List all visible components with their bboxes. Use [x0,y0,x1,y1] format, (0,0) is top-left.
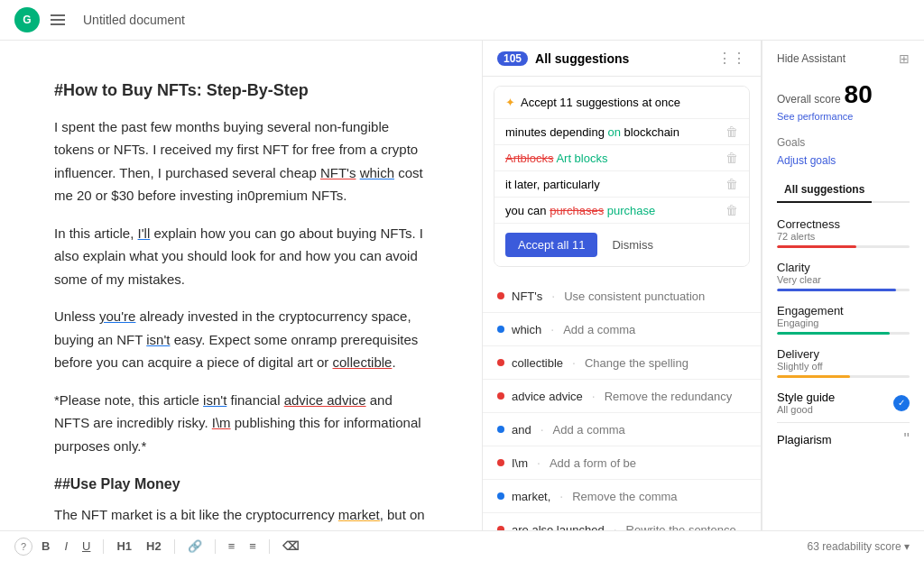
topbar-left: G Untitled document [14,7,185,32]
suggestion-row[interactable]: which · Add a comma [483,313,761,346]
metric-row: EngagementEngaging [777,304,910,335]
suggestion-separator: · [559,489,563,503]
inline-suggestion-4[interactable]: you can purchases purchase 🗑 [494,197,749,223]
editor-para3: Unless you're already invested in the cr… [54,305,428,374]
suggestion-row[interactable]: are also launched · Rewrite the sentence [483,513,761,530]
editor-para4: *Please note, this article isn't financi… [54,389,428,458]
suggestion-word: I\m [512,456,528,470]
suggestion-row[interactable]: advice advice · Remove the redundancy [483,380,761,413]
delete-icon-4[interactable]: 🗑 [725,203,738,217]
suggestion-separator: · [592,389,596,403]
delete-icon-1[interactable]: 🗑 [725,124,738,139]
editor-heading1: #How to Buy NFTs: Step-By-Step [54,77,428,105]
metric-sub: Slightly off [777,361,910,372]
suggestion-row[interactable]: market, · Remove the comma [483,480,761,513]
suggestion-separator: · [541,422,544,437]
grid-icon[interactable]: ⊞ [899,51,910,66]
editor[interactable]: #How to Buy NFTs: Step-By-Step I spent t… [0,41,482,530]
editor-para1: I spent the past few months buying sever… [54,115,428,207]
suggestions-menu-icon[interactable]: ⋮⋮ [717,50,746,67]
suggestion-separator: · [550,322,554,336]
metric-name: Clarity [777,261,910,274]
see-performance-link[interactable]: See performance [777,111,910,122]
toolbar-sep4 [269,539,270,554]
suggestion-word: which [512,323,541,336]
delete-icon-3[interactable]: 🗑 [725,177,738,191]
style-guide-row: Style guideAll good✓ [777,391,910,415]
suggestion-dot [497,359,504,366]
suggestion-description: Add a form of be [550,456,636,470]
suggestions-badge: 105 [497,51,528,66]
adjust-goals-link[interactable]: Adjust goals [777,154,910,167]
metric-name: Correctness [777,217,910,231]
inline-suggestion-3[interactable]: it later, particularly 🗑 [494,170,749,197]
hide-assistant-row: Hide Assistant ⊞ [777,51,910,66]
tab-all-suggestions[interactable]: All suggestions [777,179,872,203]
menu-icon[interactable] [47,11,69,29]
suggestion-description: Change the spelling [585,356,688,370]
plagiarism-icon[interactable]: " [904,430,910,449]
goals-label: Goals [777,136,910,149]
ordered-list-button[interactable]: ≡ [223,537,241,556]
metric-fill [777,245,856,248]
inline-suggestion-2[interactable]: Artblocks Art blocks 🗑 [494,144,749,170]
suggestion-word: market, [512,490,550,503]
suggestion-text-1: minutes depending on blockchain [505,125,679,139]
delete-icon-2[interactable]: 🗑 [725,151,738,165]
metrics-list: Correctness72 alertsClarityVery clearEng… [777,217,910,415]
help-icon[interactable]: ? [14,538,32,556]
suggestion-dot [497,292,504,299]
editor-para5: The NFT market is a bit like the cryptoc… [54,503,428,530]
metric-name: Delivery [777,347,910,361]
doc-title: Untitled document [83,13,185,27]
unordered-list-button[interactable]: ≡ [244,537,262,556]
metric-bar [777,245,910,248]
suggestion-dot [497,426,504,433]
editor-heading2: ##Use Play Money [54,472,428,496]
suggestion-description: Add a comma [553,423,625,437]
dismiss-button[interactable]: Dismiss [605,233,661,257]
metric-name: Engagement [777,304,910,317]
suggestion-row[interactable]: I\m · Add a form of be [483,446,761,480]
overall-score-label: Overall score [777,93,841,106]
suggestion-separator: · [572,355,576,370]
suggestion-dot [497,459,504,466]
suggestion-word: NFT's [512,290,542,303]
suggestion-text-2: Artblocks Art blocks [505,152,607,165]
check-icon: ✓ [893,395,910,411]
h1-button[interactable]: H1 [111,537,137,556]
suggestions-list: NFT's · Use consistent punctuationwhich … [483,276,761,530]
main-layout: #How to Buy NFTs: Step-By-Step I spent t… [0,41,924,530]
suggestion-dot [497,392,504,400]
metric-sub: Engaging [777,317,910,328]
metric-row: ClarityVery clear [777,261,910,291]
suggestion-row[interactable]: NFT's · Use consistent punctuation [483,280,761,313]
underline-button[interactable]: U [77,537,96,556]
clear-button[interactable]: ⌫ [277,537,304,556]
tab-buttons: All suggestions [777,179,910,203]
bold-button[interactable]: B [36,537,55,556]
metric-fill [777,289,896,291]
metric-row: Correctness72 alerts [777,217,910,248]
metric-bar [777,375,910,378]
suggestion-text-3: it later, particularly [505,178,600,191]
hide-assistant-button[interactable]: Hide Assistant [777,52,845,65]
accept-all-button[interactable]: Accept all 11 [505,233,597,257]
link-button[interactable]: 🔗 [182,537,208,556]
inline-suggestion-1[interactable]: minutes depending on blockchain 🗑 [494,118,749,144]
suggestion-row[interactable]: collectible · Change the spelling [483,346,761,380]
suggestion-dot [497,326,504,333]
accept-all-label: Accept 11 suggestions at once [521,96,680,109]
h2-button[interactable]: H2 [141,537,167,556]
italic-button[interactable]: I [59,537,73,556]
metric-sub: 72 alerts [777,231,910,242]
suggestions-title: All suggestions [535,51,629,66]
suggestion-row[interactable]: and · Add a comma [483,413,761,446]
metric-bar [777,289,910,291]
topbar: G Untitled document [0,0,924,41]
overall-score-section: Overall score 80 See performance [777,80,910,122]
readability-score[interactable]: 63 readability score ▾ [808,540,910,553]
toolbar: ? B I U H1 H2 🔗 ≡ ≡ ⌫ 63 readability sco… [0,530,924,561]
suggestion-description: Rewrite the sentence [626,523,736,531]
accept-all-footer: Accept all 11 Dismiss [494,223,749,266]
